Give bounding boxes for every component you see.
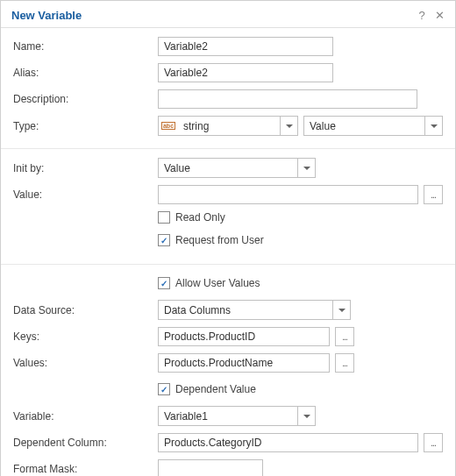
string-type-icon: abc <box>159 117 178 135</box>
description-input[interactable] <box>158 89 417 109</box>
read-only-label: Read Only <box>175 211 225 224</box>
type-dropdown-button[interactable] <box>280 117 297 135</box>
type-mode-value: Value <box>304 117 424 135</box>
close-icon[interactable]: ✕ <box>432 8 446 22</box>
request-from-user-checkbox[interactable] <box>158 234 170 246</box>
dependent-value-label: Dependent Value <box>175 383 256 395</box>
section-basic: Name: Alias: Description: Type: abc stri… <box>1 28 455 149</box>
help-icon[interactable]: ? <box>415 8 429 22</box>
variable-value: Variable1 <box>159 407 297 425</box>
dependent-column-label: Dependent Column: <box>13 437 158 449</box>
data-source-dropdown-button[interactable] <box>332 301 350 319</box>
allow-user-values-checkbox[interactable] <box>158 277 170 289</box>
type-label: Type: <box>13 120 158 132</box>
values-label: Values: <box>13 357 158 369</box>
section-init: Init by: Value Value: ... <box>1 149 455 265</box>
alias-input[interactable] <box>158 63 333 82</box>
format-mask-input[interactable] <box>158 459 263 476</box>
alias-label: Alias: <box>13 67 158 79</box>
keys-browse-button[interactable]: ... <box>335 327 354 346</box>
type-value: string <box>178 117 280 135</box>
name-label: Name: <box>13 40 158 53</box>
type-mode-dropdown-button[interactable] <box>424 117 442 135</box>
type-mode-combo[interactable]: Value <box>303 116 443 136</box>
dialog-body: Name: Alias: Description: Type: abc stri… <box>1 28 455 476</box>
allow-user-values-label: Allow User Values <box>175 277 260 289</box>
data-source-combo[interactable]: Data Columns <box>158 300 351 320</box>
section-data: Allow User Values Data Source: Data Colu… <box>1 265 455 476</box>
value-browse-button[interactable]: ... <box>424 185 443 204</box>
dependent-value-checkbox[interactable] <box>158 383 170 395</box>
values-input[interactable] <box>158 353 330 373</box>
data-source-label: Data Source: <box>13 304 158 316</box>
format-mask-label: Format Mask: <box>13 463 158 475</box>
variable-dropdown-button[interactable] <box>297 407 315 425</box>
init-by-dropdown-button[interactable] <box>297 159 315 177</box>
new-variable-dialog: New Variable ? ✕ Name: Alias: Descriptio… <box>0 0 456 476</box>
request-from-user-label: Request from User <box>175 234 264 246</box>
dialog-title: New Variable <box>11 9 411 22</box>
titlebar: New Variable ? ✕ <box>1 1 455 28</box>
variable-label: Variable: <box>13 410 158 423</box>
init-by-label: Init by: <box>13 162 158 174</box>
type-combo[interactable]: abc string <box>158 116 298 136</box>
description-label: Description: <box>13 93 158 105</box>
name-input[interactable] <box>158 37 333 56</box>
data-source-value: Data Columns <box>159 301 332 319</box>
init-by-value: Value <box>159 159 297 177</box>
dependent-column-browse-button[interactable]: ... <box>424 433 443 452</box>
init-by-combo[interactable]: Value <box>158 158 316 178</box>
keys-label: Keys: <box>13 330 158 343</box>
value-label: Value: <box>13 188 158 201</box>
variable-combo[interactable]: Variable1 <box>158 406 316 426</box>
values-browse-button[interactable]: ... <box>335 353 354 373</box>
value-input[interactable] <box>158 185 418 204</box>
read-only-checkbox[interactable] <box>158 211 170 224</box>
dependent-column-input[interactable] <box>158 433 418 452</box>
keys-input[interactable] <box>158 327 330 346</box>
